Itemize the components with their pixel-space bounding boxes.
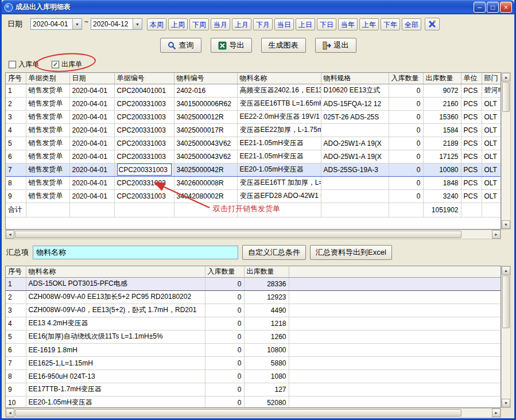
inbound-checkbox[interactable] [9,61,16,68]
table-cell[interactable] [26,203,69,217]
table-row[interactable]: 5销售发货单2020-04-01CPC20033100334025000043V… [6,137,501,150]
date-shortcut-button[interactable]: 下周 [189,18,209,30]
table-cell[interactable]: 碧河电气 [482,84,501,97]
scroll-down-button[interactable]: ▼ [502,220,510,229]
table-cell[interactable]: CZH008W-09V-A0 EE13加长5+2 PC95 RD20180202 [26,290,205,304]
table-row[interactable]: 9销售发货单2020-04-01CPC20033100334042080002R… [6,189,501,203]
table-cell[interactable]: 34025000017R [174,123,237,137]
table-cell[interactable] [289,330,501,343]
table-cell[interactable]: 合计 [6,203,26,217]
table-cell[interactable]: 2020-04-01 [69,189,114,203]
table-cell[interactable]: 0 [205,330,244,343]
table-cell[interactable]: 7 [6,356,26,370]
table-cell[interactable]: 8 [6,370,26,383]
table-cell[interactable]: 9 [6,189,26,203]
table-cell[interactable]: EE16(加厚)自动绕线次级11Ts L=1.1mH±5% [26,330,205,343]
exit-button[interactable]: 退出 [315,38,356,53]
table-cell[interactable]: 3 [6,304,26,317]
table-cell[interactable] [482,203,501,217]
table-row[interactable]: 6销售发货单2020-04-01CPC20033100334025000043V… [6,150,501,163]
table-cell[interactable] [174,203,237,217]
table-cell[interactable]: 0 [205,277,244,290]
table-cell[interactable]: 2402-016 [174,84,237,97]
table-cell[interactable]: 2020-04-01 [69,97,114,110]
outbound-checkbox[interactable]: ✓ [52,61,59,68]
clear-filter-button[interactable] [425,18,440,30]
table-cell[interactable]: 0 [389,123,423,137]
table-cell[interactable]: 0 [389,110,423,123]
table-cell[interactable]: 5 [6,330,26,343]
table-cell[interactable] [69,203,114,217]
table-row[interactable]: 3销售发货单2020-04-01CPC20033100334025000012R… [6,110,501,123]
table-cell[interactable]: 7 [6,163,26,176]
date-shortcut-button[interactable]: 下日 [317,18,336,30]
scrollbar-thumb[interactable] [502,275,510,328]
table-cell[interactable]: OLT [482,176,501,189]
scrollbar-thumb[interactable] [502,82,510,112]
table-cell[interactable]: 0 [205,290,244,304]
table-cell[interactable]: 2189 [423,137,461,150]
table-cell[interactable]: OLT [482,163,501,176]
table-cell[interactable]: 1051902 [423,203,461,217]
table-cell[interactable]: EE21-1.05mH变压器 [237,150,321,163]
table-cell[interactable]: 0 [205,396,244,408]
table-cell[interactable]: 2020-04-01 [69,123,114,137]
table-cell[interactable]: PCS [461,137,482,150]
table-cell[interactable]: 变压器EE16TTB L=1.65mH [237,97,321,110]
table-cell[interactable]: 销售发货单 [26,176,69,189]
table-cell[interactable]: 变压器EFD28 ADO-42W1 6 [237,189,321,203]
table-cell[interactable]: 销售发货单 [26,97,69,110]
table-cell[interactable]: 5880 [244,356,289,370]
scroll-up-button[interactable]: ▲ [502,266,510,275]
table-cell[interactable]: 0 [389,163,423,176]
table-cell[interactable]: 0 [205,356,244,370]
table-cell[interactable]: 销售发货单 [26,110,69,123]
table-cell[interactable]: 34025000042R [174,163,237,176]
table-cell[interactable] [289,277,501,290]
column-header[interactable]: 入库数量 [205,266,244,277]
table-cell[interactable]: PCS [461,176,482,189]
column-header[interactable] [289,266,501,277]
summary-field-input[interactable] [33,246,238,259]
table-cell[interactable]: 12923 [244,290,289,304]
table-cell[interactable] [389,203,423,217]
table-cell[interactable] [461,203,482,217]
table-cell[interactable] [321,203,389,217]
export-button[interactable]: 导出 [211,38,252,53]
scroll-down-button[interactable]: ▼ [502,399,510,407]
table-cell[interactable]: PCS [461,123,482,137]
table-cell[interactable] [114,203,174,217]
table-cell[interactable] [289,356,501,370]
date-shortcut-button[interactable]: 上周 [168,18,188,30]
table-cell[interactable]: 9 [6,383,26,396]
table-cell[interactable]: 销售发货单 [26,123,69,137]
table-cell[interactable]: 1080 [244,370,289,383]
scrollbar-thumb[interactable] [15,231,461,238]
table-cell[interactable]: 2 [6,97,26,110]
table-cell[interactable]: 34015000006R62 [174,97,237,110]
column-header[interactable]: 出库数量 [244,266,289,277]
table-cell[interactable]: 5 [6,137,26,150]
table-cell[interactable] [289,396,501,408]
table-cell[interactable]: 变压器EE22加厚，L-1.75m [237,123,321,137]
table-cell[interactable]: EE16-950uH 024T-13 [26,370,205,383]
table-cell[interactable] [289,383,501,396]
table-cell[interactable]: 10800 [244,343,289,356]
table-cell[interactable]: 1848 [423,176,461,189]
table-cell[interactable]: CPC200331003 [114,176,174,189]
date-shortcut-button[interactable]: 当月 [211,18,230,30]
table-cell[interactable] [289,317,501,330]
table-cell[interactable]: 变压器EE16TT 加加厚，L=1 [237,176,321,189]
table-cell[interactable]: 0 [389,137,423,150]
table-cell[interactable]: ADS-25SG-19A-3 [321,163,389,176]
date-to-input[interactable] [91,19,133,29]
table-cell[interactable]: CPC200331003 [114,110,174,123]
table-cell[interactable]: 2020-04-01 [69,150,114,163]
scroll-right-button[interactable]: ► [492,409,501,417]
table-row[interactable]: 3CZH008W-09V-A0，EE13(5+2)，卧式 1.7mH，RD201… [6,304,501,317]
table-cell[interactable] [289,343,501,356]
table-cell[interactable]: 1260 [244,330,289,343]
table-cell[interactable]: 28336 [244,277,289,290]
table-cell[interactable]: 6 [6,150,26,163]
table-row[interactable]: 2CZH008W-09V-A0 EE13加长5+2 PC95 RD2018020… [6,290,501,304]
